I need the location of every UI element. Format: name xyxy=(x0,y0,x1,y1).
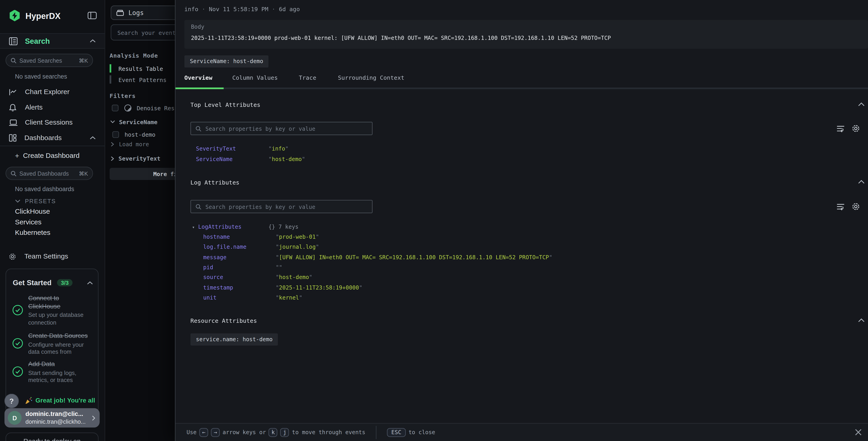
sidebar-item-dashboards[interactable]: Dashboards xyxy=(0,133,104,144)
search-icon xyxy=(10,170,17,177)
presets-toggle[interactable]: PRESETS xyxy=(0,197,104,205)
sidebar-item-client-sessions[interactable]: Client Sessions xyxy=(0,117,104,128)
collapse-section-button[interactable] xyxy=(858,319,865,322)
footer-divider xyxy=(376,426,376,439)
section-title-log-attributes: Log Attributes xyxy=(190,179,239,185)
saved-dashboards-input[interactable]: Saved Dashboards ⌘K xyxy=(5,167,93,180)
service-tag-chip[interactable]: ServiceName: host-demo xyxy=(184,55,269,67)
attribute-key[interactable]: SeverityText xyxy=(196,145,269,153)
sidebar-item-label: Dashboards xyxy=(24,134,62,142)
tab-column-values[interactable]: Column Values xyxy=(232,74,278,81)
wrap-lines-icon[interactable] xyxy=(836,125,844,133)
attribute-value[interactable]: 2025-11-11T23:58:19+0000 xyxy=(276,284,363,292)
mode-event-patterns[interactable]: Event Patterns xyxy=(110,76,166,84)
body-log-line[interactable]: 2025-11-11T23:58:19+0000 prod-web-01 ker… xyxy=(191,35,866,41)
sidebar-item-label: Search xyxy=(25,37,50,45)
service-tag-label: ServiceName: host-demo xyxy=(184,55,269,67)
attribute-row[interactable]: ServiceName host-demo xyxy=(196,155,305,163)
gear-icon[interactable] xyxy=(851,202,860,211)
wrap-lines-icon[interactable] xyxy=(836,203,844,210)
sidebar-item-alerts[interactable]: Alerts xyxy=(0,102,104,113)
attribute-key[interactable]: pid xyxy=(203,264,276,271)
collapse-section-button[interactable] xyxy=(858,180,865,184)
severitytext-group-toggle[interactable]: SeverityText xyxy=(111,155,160,162)
attribute-row[interactable]: hostname prod-web-01 xyxy=(203,233,319,241)
shortcut-hint: ⌘K xyxy=(79,57,88,63)
shortcut-hint: ⌘K xyxy=(79,170,88,177)
chevron-down-icon xyxy=(15,199,21,203)
footer-text: Use xyxy=(186,430,196,436)
collapse-section-button[interactable] xyxy=(858,102,865,107)
attribute-key[interactable]: log.file.name xyxy=(203,243,276,251)
chevron-down-icon xyxy=(110,120,115,124)
attribute-row[interactable]: message [UFW ALLOW] IN=eth0 OUT= MAC= SR… xyxy=(203,253,552,261)
top-level-search-input[interactable]: Search properties by key or value xyxy=(190,122,373,135)
host-demo-checkbox[interactable] xyxy=(113,131,119,138)
attribute-key[interactable]: unit xyxy=(203,294,276,302)
attribute-key[interactable]: ServiceName xyxy=(196,155,269,163)
attribute-value[interactable]: journal.log xyxy=(276,243,319,251)
attribute-group-row[interactable]: ▾ LogAttributes {} 7 keys xyxy=(192,223,299,231)
attribute-key[interactable]: source xyxy=(203,273,276,281)
tab-trace[interactable]: Trace xyxy=(299,74,316,81)
resource-tag-chip[interactable]: service.name: host-demo xyxy=(190,333,278,345)
attribute-value[interactable]: host-demo xyxy=(269,155,305,163)
attribute-value[interactable]: info xyxy=(269,145,288,153)
load-more-button[interactable]: Load more xyxy=(111,141,149,147)
close-icon[interactable] xyxy=(855,429,862,436)
user-menu[interactable]: D dominic.tran@clic... dominic.tran@clic… xyxy=(4,408,99,428)
mode-label: Results Table xyxy=(118,65,163,72)
ready-to-deploy-banner[interactable]: Ready to deploy on xyxy=(5,433,98,441)
task-title: Add Data xyxy=(28,360,76,368)
attribute-row[interactable]: timestamp 2025-11-11T23:58:19+0000 xyxy=(203,284,362,292)
attribute-key[interactable]: timestamp xyxy=(203,284,276,292)
great-job-text: Great job! You're all xyxy=(35,397,95,404)
preset-services[interactable]: Services xyxy=(15,218,42,226)
denoise-checkbox[interactable] xyxy=(112,105,118,111)
attribute-key[interactable]: message xyxy=(203,253,276,261)
braces-icon: {} xyxy=(269,224,275,230)
attribute-row[interactable]: source host-demo xyxy=(203,273,312,281)
plus-icon: + xyxy=(15,151,19,160)
attribute-value[interactable]: kernel xyxy=(276,294,302,302)
preset-clickhouse[interactable]: ClickHouse xyxy=(15,208,50,215)
analysis-mode-label: Analysis Mode xyxy=(110,52,158,59)
help-button[interactable]: ? xyxy=(4,394,19,408)
gear-icon[interactable] xyxy=(851,124,860,133)
sidebar-item-chart-explorer[interactable]: Chart Explorer xyxy=(0,86,104,97)
mode-results-table[interactable]: Results Table xyxy=(110,64,163,72)
attribute-value[interactable] xyxy=(276,264,282,271)
preset-kubernetes[interactable]: Kubernetes xyxy=(15,229,50,236)
tab-bar: Overview Column Values Trace Surrounding… xyxy=(184,74,404,81)
get-started-item[interactable]: Add Data Start sending logs, metrics, or… xyxy=(28,360,76,384)
attribute-row[interactable]: log.file.name journal.log xyxy=(203,243,319,251)
attribute-value[interactable]: prod-web-01 xyxy=(276,233,319,241)
expand-triangle-icon[interactable]: ▾ xyxy=(192,223,198,231)
sidebar-item-team-settings[interactable]: Team Settings xyxy=(0,251,104,262)
attribute-value[interactable]: host-demo xyxy=(276,273,312,281)
saved-searches-input[interactable]: Saved Searches ⌘K xyxy=(5,54,93,67)
chevron-up-icon[interactable] xyxy=(90,39,96,43)
attribute-value[interactable]: [UFW ALLOW] IN=eth0 OUT= MAC= SRC=192.16… xyxy=(276,253,552,261)
attribute-key[interactable]: LogAttributes xyxy=(198,223,269,231)
create-dashboard-button[interactable]: + Create Dashboard xyxy=(0,151,104,160)
body-label: Body xyxy=(191,24,205,30)
chevron-up-icon[interactable] xyxy=(87,281,93,285)
servicename-group-toggle[interactable]: ServiceName xyxy=(110,118,158,125)
tab-overview[interactable]: Overview xyxy=(184,74,212,81)
attribute-row[interactable]: SeverityText info xyxy=(196,145,288,153)
check-circle-icon xyxy=(12,338,23,349)
search-nav-icon xyxy=(9,37,18,45)
get-started-item[interactable]: Connect to ClickHouse Set up your databa… xyxy=(28,294,84,326)
get-started-item[interactable]: Create Data Sources Configure where your… xyxy=(28,332,88,356)
sidebar-toggle-icon[interactable] xyxy=(87,11,97,19)
attribute-key[interactable]: hostname xyxy=(203,233,276,241)
attribute-row[interactable]: pid xyxy=(203,264,282,271)
chevron-up-icon[interactable] xyxy=(90,136,96,140)
attribute-row[interactable]: unit kernel xyxy=(203,294,302,302)
filter-option-host-demo[interactable]: host-demo xyxy=(113,131,156,138)
tab-surrounding-context[interactable]: Surrounding Context xyxy=(338,74,404,81)
sidebar-item-search[interactable]: Search xyxy=(0,33,104,49)
get-started-header[interactable]: Get Started 3/3 xyxy=(13,278,93,287)
log-attributes-search-input[interactable]: Search properties by key or value xyxy=(190,200,373,213)
